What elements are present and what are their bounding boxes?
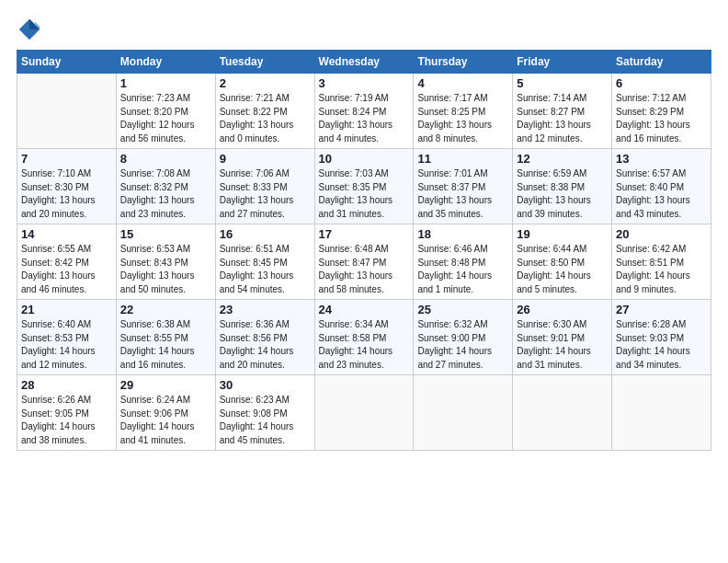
- day-cell: [612, 375, 711, 451]
- day-cell: 9Sunrise: 7:06 AM Sunset: 8:33 PM Daylig…: [215, 149, 314, 224]
- day-info: Sunrise: 7:14 AM Sunset: 8:27 PM Dayligh…: [517, 92, 608, 145]
- day-cell: 2Sunrise: 7:21 AM Sunset: 8:22 PM Daylig…: [215, 74, 314, 149]
- day-cell: 26Sunrise: 6:30 AM Sunset: 9:01 PM Dayli…: [513, 300, 612, 375]
- day-number: 6: [616, 76, 707, 90]
- day-info: Sunrise: 6:34 AM Sunset: 8:58 PM Dayligh…: [319, 318, 410, 372]
- day-number: 14: [21, 227, 112, 241]
- day-cell: 3Sunrise: 7:19 AM Sunset: 8:24 PM Daylig…: [314, 74, 414, 149]
- day-cell: 25Sunrise: 6:32 AM Sunset: 9:00 PM Dayli…: [414, 300, 513, 375]
- calendar: SundayMondayTuesdayWednesdayThursdayFrid…: [17, 50, 711, 451]
- header-cell-monday: Monday: [116, 51, 215, 74]
- day-number: 16: [220, 227, 311, 241]
- day-number: 12: [517, 152, 608, 166]
- day-number: 22: [120, 303, 211, 316]
- calendar-body: 1Sunrise: 7:23 AM Sunset: 8:20 PM Daylig…: [17, 74, 711, 451]
- day-info: Sunrise: 6:36 AM Sunset: 8:56 PM Dayligh…: [220, 318, 311, 372]
- day-number: 3: [319, 76, 410, 90]
- day-cell: 8Sunrise: 7:08 AM Sunset: 8:32 PM Daylig…: [116, 149, 215, 224]
- day-cell: 1Sunrise: 7:23 AM Sunset: 8:20 PM Daylig…: [116, 74, 215, 149]
- day-info: Sunrise: 6:40 AM Sunset: 8:53 PM Dayligh…: [21, 318, 112, 372]
- day-cell: [314, 375, 414, 451]
- calendar-header: SundayMondayTuesdayWednesdayThursdayFrid…: [17, 51, 711, 74]
- week-row-0: 1Sunrise: 7:23 AM Sunset: 8:20 PM Daylig…: [17, 74, 711, 149]
- day-info: Sunrise: 6:26 AM Sunset: 9:05 PM Dayligh…: [21, 394, 112, 447]
- week-row-4: 28Sunrise: 6:26 AM Sunset: 9:05 PM Dayli…: [17, 375, 711, 451]
- day-info: Sunrise: 7:17 AM Sunset: 8:25 PM Dayligh…: [417, 92, 508, 145]
- header-cell-thursday: Thursday: [414, 51, 513, 74]
- day-number: 5: [517, 76, 608, 90]
- day-number: 23: [220, 303, 311, 316]
- day-number: 7: [21, 152, 112, 166]
- day-number: 30: [220, 378, 311, 392]
- day-cell: 15Sunrise: 6:53 AM Sunset: 8:43 PM Dayli…: [116, 224, 215, 300]
- day-info: Sunrise: 7:06 AM Sunset: 8:33 PM Dayligh…: [220, 167, 311, 221]
- day-number: 15: [120, 227, 211, 241]
- day-number: 24: [319, 303, 410, 316]
- day-cell: 13Sunrise: 6:57 AM Sunset: 8:40 PM Dayli…: [612, 149, 711, 224]
- day-cell: 29Sunrise: 6:24 AM Sunset: 9:06 PM Dayli…: [116, 375, 215, 451]
- logo-icon: [17, 17, 42, 42]
- header-cell-tuesday: Tuesday: [215, 51, 314, 74]
- day-info: Sunrise: 7:08 AM Sunset: 8:32 PM Dayligh…: [120, 167, 211, 221]
- day-info: Sunrise: 6:51 AM Sunset: 8:45 PM Dayligh…: [220, 243, 311, 296]
- header-cell-saturday: Saturday: [612, 51, 711, 74]
- week-row-3: 21Sunrise: 6:40 AM Sunset: 8:53 PM Dayli…: [17, 300, 711, 375]
- day-number: 8: [120, 152, 211, 166]
- day-info: Sunrise: 7:19 AM Sunset: 8:24 PM Dayligh…: [319, 92, 410, 145]
- day-info: Sunrise: 6:23 AM Sunset: 9:08 PM Dayligh…: [220, 394, 311, 447]
- day-cell: 4Sunrise: 7:17 AM Sunset: 8:25 PM Daylig…: [414, 74, 513, 149]
- day-number: 13: [616, 152, 707, 166]
- day-cell: 17Sunrise: 6:48 AM Sunset: 8:47 PM Dayli…: [314, 224, 414, 300]
- day-number: 21: [21, 303, 112, 316]
- day-info: Sunrise: 6:28 AM Sunset: 9:03 PM Dayligh…: [616, 318, 707, 372]
- day-info: Sunrise: 6:59 AM Sunset: 8:38 PM Dayligh…: [517, 167, 608, 221]
- page: SundayMondayTuesdayWednesdayThursdayFrid…: [0, 0, 728, 460]
- day-number: 10: [319, 152, 410, 166]
- day-cell: [17, 74, 117, 149]
- day-number: 18: [417, 227, 508, 241]
- header-cell-friday: Friday: [513, 51, 612, 74]
- day-cell: 30Sunrise: 6:23 AM Sunset: 9:08 PM Dayli…: [215, 375, 314, 451]
- day-number: 26: [517, 303, 608, 316]
- day-cell: 23Sunrise: 6:36 AM Sunset: 8:56 PM Dayli…: [215, 300, 314, 375]
- header-cell-wednesday: Wednesday: [314, 51, 414, 74]
- day-cell: 28Sunrise: 6:26 AM Sunset: 9:05 PM Dayli…: [17, 375, 117, 451]
- day-cell: 7Sunrise: 7:10 AM Sunset: 8:30 PM Daylig…: [17, 149, 117, 224]
- day-cell: [513, 375, 612, 451]
- day-cell: 19Sunrise: 6:44 AM Sunset: 8:50 PM Dayli…: [513, 224, 612, 300]
- day-number: 11: [417, 152, 508, 166]
- day-number: 29: [120, 378, 211, 392]
- day-number: 28: [21, 378, 112, 392]
- day-info: Sunrise: 6:32 AM Sunset: 9:00 PM Dayligh…: [417, 318, 508, 372]
- day-number: 1: [120, 76, 211, 90]
- day-info: Sunrise: 7:23 AM Sunset: 8:20 PM Dayligh…: [120, 92, 211, 145]
- day-cell: 11Sunrise: 7:01 AM Sunset: 8:37 PM Dayli…: [414, 149, 513, 224]
- day-info: Sunrise: 7:12 AM Sunset: 8:29 PM Dayligh…: [616, 92, 707, 145]
- logo: [17, 17, 46, 42]
- day-info: Sunrise: 6:44 AM Sunset: 8:50 PM Dayligh…: [517, 243, 608, 296]
- day-info: Sunrise: 6:24 AM Sunset: 9:06 PM Dayligh…: [120, 394, 211, 447]
- day-info: Sunrise: 6:30 AM Sunset: 9:01 PM Dayligh…: [517, 318, 608, 372]
- day-cell: 20Sunrise: 6:42 AM Sunset: 8:51 PM Dayli…: [612, 224, 711, 300]
- day-cell: 6Sunrise: 7:12 AM Sunset: 8:29 PM Daylig…: [612, 74, 711, 149]
- day-number: 19: [517, 227, 608, 241]
- day-cell: 5Sunrise: 7:14 AM Sunset: 8:27 PM Daylig…: [513, 74, 612, 149]
- day-info: Sunrise: 6:38 AM Sunset: 8:55 PM Dayligh…: [120, 318, 211, 372]
- header: [17, 17, 711, 42]
- day-info: Sunrise: 6:53 AM Sunset: 8:43 PM Dayligh…: [120, 243, 211, 296]
- day-info: Sunrise: 6:42 AM Sunset: 8:51 PM Dayligh…: [616, 243, 707, 296]
- day-number: 17: [319, 227, 410, 241]
- week-row-2: 14Sunrise: 6:55 AM Sunset: 8:42 PM Dayli…: [17, 224, 711, 300]
- day-cell: 14Sunrise: 6:55 AM Sunset: 8:42 PM Dayli…: [17, 224, 117, 300]
- day-info: Sunrise: 6:48 AM Sunset: 8:47 PM Dayligh…: [319, 243, 410, 296]
- day-cell: 22Sunrise: 6:38 AM Sunset: 8:55 PM Dayli…: [116, 300, 215, 375]
- day-cell: 27Sunrise: 6:28 AM Sunset: 9:03 PM Dayli…: [612, 300, 711, 375]
- day-info: Sunrise: 7:01 AM Sunset: 8:37 PM Dayligh…: [417, 167, 508, 221]
- day-number: 9: [220, 152, 311, 166]
- day-cell: [414, 375, 513, 451]
- day-cell: 21Sunrise: 6:40 AM Sunset: 8:53 PM Dayli…: [17, 300, 117, 375]
- day-info: Sunrise: 6:55 AM Sunset: 8:42 PM Dayligh…: [21, 243, 112, 296]
- day-cell: 16Sunrise: 6:51 AM Sunset: 8:45 PM Dayli…: [215, 224, 314, 300]
- header-row: SundayMondayTuesdayWednesdayThursdayFrid…: [17, 51, 711, 74]
- day-cell: 24Sunrise: 6:34 AM Sunset: 8:58 PM Dayli…: [314, 300, 414, 375]
